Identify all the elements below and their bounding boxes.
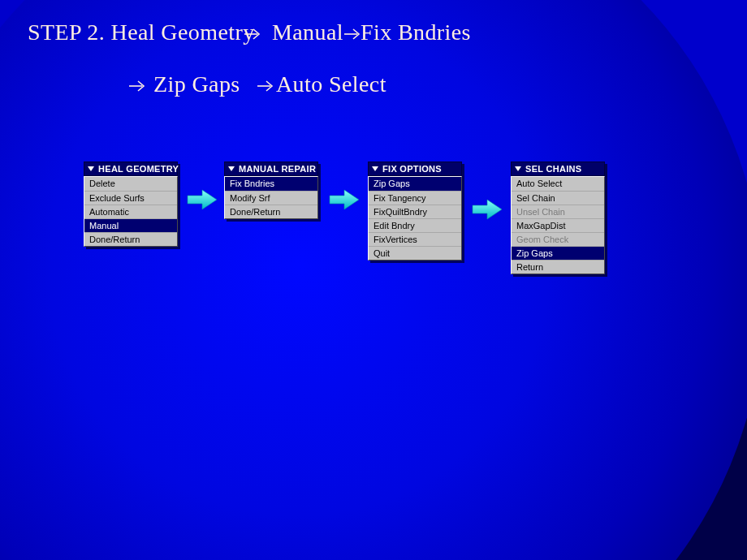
menu-item-exclude-surfs[interactable]: Exclude Surfs [84,191,177,205]
flow-arrow-icon [471,198,503,221]
menu-item-return[interactable]: Return [512,260,604,274]
menu-item-modify-srf[interactable]: Modify Srf [225,191,317,205]
menu-item-fix-quilt-bndry[interactable]: FixQuiltBndry [369,205,461,218]
menu-item-zip-gaps[interactable]: Zip Gaps [369,177,461,191]
heading-auto-select: Auto Select [276,71,386,97]
heading-zip-gaps: Zip Gaps [153,71,240,97]
triangle-down-icon [228,166,235,171]
arrow-right-icon [257,80,276,93]
menu-item-max-gap-dist[interactable]: MaxGapDist [512,218,604,232]
svg-marker-6 [473,200,502,219]
menu-item-delete[interactable]: Delete [84,177,177,191]
svg-marker-5 [330,190,359,209]
menu-body: Fix Bndries Modify Srf Done/Return [224,176,318,219]
arrow-right-icon [244,28,263,41]
menu-header-heal-geometry[interactable]: HEAL GEOMETRY [84,162,178,176]
menu-title: SEL CHAINS [525,164,581,174]
menu-title: FIX OPTIONS [382,164,442,174]
menu-header-manual-repair[interactable]: MANUAL REPAIR [224,162,318,176]
menu-heal-geometry: HEAL GEOMETRY Delete Exclude Surfs Autom… [84,162,178,247]
menu-item-done-return[interactable]: Done/Return [84,232,177,246]
heading-manual: Manual [272,19,343,45]
menu-fix-options: FIX OPTIONS Zip Gaps Fix Tangency FixQui… [368,162,462,261]
menu-body: Zip Gaps Fix Tangency FixQuiltBndry Edit… [368,176,462,261]
heading-fix-bndries: Fix Bndries [361,19,471,45]
triangle-down-icon [372,166,378,171]
menu-header-fix-options[interactable]: FIX OPTIONS [368,162,462,176]
menu-item-zip-gaps[interactable]: Zip Gaps [512,246,604,260]
menu-item-fix-vertices[interactable]: FixVertices [369,232,461,246]
triangle-down-icon [515,166,521,171]
menu-item-done-return[interactable]: Done/Return [225,205,317,218]
menu-sel-chains: SEL CHAINS Auto Select Sel Chain Unsel C… [511,162,605,274]
menu-item-quit[interactable]: Quit [369,246,461,260]
menu-item-manual[interactable]: Manual [84,218,177,232]
menu-item-auto-select[interactable]: Auto Select [512,177,604,191]
menu-title: HEAL GEOMETRY [98,164,179,174]
menu-item-automatic[interactable]: Automatic [84,205,177,218]
menu-item-fix-bndries[interactable]: Fix Bndries [225,177,317,191]
menu-manual-repair: MANUAL REPAIR Fix Bndries Modify Srf Don… [224,162,318,219]
flow-arrow-icon [328,188,361,211]
menu-item-fix-tangency[interactable]: Fix Tangency [369,191,461,205]
heading-step: STEP 2. Heal Geometry [28,19,255,45]
flow-arrow-icon [186,188,218,211]
menu-title: MANUAL REPAIR [239,164,316,174]
menu-header-sel-chains[interactable]: SEL CHAINS [511,162,605,176]
menu-item-sel-chain[interactable]: Sel Chain [512,191,604,205]
menu-body: Auto Select Sel Chain Unsel Chain MaxGap… [511,176,605,274]
menu-item-geom-check: Geom Check [512,232,604,246]
svg-marker-4 [188,190,217,209]
menu-item-edit-bndry[interactable]: Edit Bndry [369,218,461,232]
arrow-right-icon [128,80,148,93]
triangle-down-icon [88,166,94,171]
menu-item-unsel-chain: Unsel Chain [512,205,604,218]
menu-body: Delete Exclude Surfs Automatic Manual Do… [84,176,178,247]
